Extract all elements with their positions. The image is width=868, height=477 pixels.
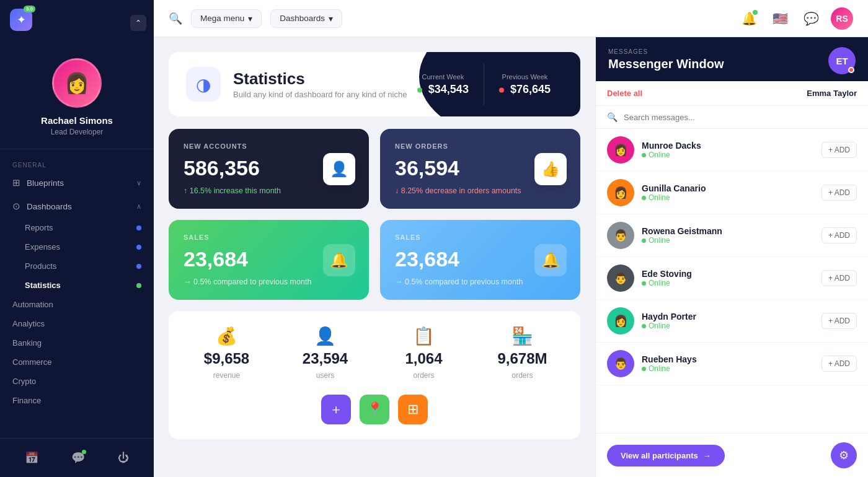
notifications-btn[interactable]: 🔔 [738, 7, 760, 30]
power-btn[interactable]: ⏻ [114, 448, 133, 468]
sidebar-label-reports: Reports [25, 223, 53, 232]
ede-info: Ede Stoving Online [642, 269, 814, 287]
search-messages-input[interactable] [624, 113, 857, 122]
sidebar-bottom: 📅 💬 ⏻ [0, 438, 154, 477]
haydn-info: Haydn Porter Online [642, 312, 814, 330]
sidebar-subitem-reports[interactable]: Reports [0, 218, 154, 237]
blueprints-icon: ⊞ [12, 177, 20, 188]
revenue-label: revenue [213, 371, 240, 380]
sidebar-label-banking: Banking [12, 338, 42, 348]
current-week-value: $34,543 [417, 83, 469, 96]
mega-menu-dropdown[interactable]: Mega menu ▾ [191, 9, 262, 28]
add-action-btn[interactable]: ＋ [321, 395, 351, 424]
statistics-badge [136, 283, 141, 288]
location-action-btn[interactable]: 📍 [360, 395, 389, 424]
haydn-status: Online [642, 322, 814, 330]
sidebar-subitem-banking[interactable]: Banking [0, 333, 154, 352]
language-btn[interactable]: 🇺🇸 [769, 7, 791, 30]
header-icon-wrap: ◑ [186, 67, 221, 102]
sidebar-item-label-dashboards: Dashboards [27, 202, 72, 211]
participant-ede: 👨 Ede Stoving Online + ADD [596, 257, 868, 300]
logo-icon: ✦ 3.0 [10, 9, 32, 31]
users-label: users [316, 371, 334, 380]
stat-label-new-orders: NEW ORDERS [395, 142, 565, 150]
rueben-info: Rueben Hays Online [642, 354, 814, 373]
view-all-arrow-icon: → [703, 451, 711, 460]
messenger-actions: Delete all Emma Taylor [596, 81, 868, 106]
sidebar-subitem-analytics[interactable]: Analytics [0, 314, 154, 333]
orders2-value: 9,678M [497, 350, 547, 367]
sales-green-icon: 🔔 [323, 244, 355, 276]
haydn-name: Haydn Porter [642, 312, 814, 322]
gunilla-name: Gunilla Canario [642, 183, 814, 193]
mega-menu-label: Mega menu [200, 14, 244, 23]
stat-label-sales-1: SALES [184, 234, 354, 241]
sidebar-subitem-products[interactable]: Products [0, 256, 154, 276]
calendar-btn[interactable]: 📅 [21, 447, 42, 468]
rueben-add-btn[interactable]: + ADD [822, 356, 857, 372]
dashboards-icon: ⊙ [12, 201, 20, 212]
topbar: 🔍 Mega menu ▾ Dashboards ▾ 🔔 🇺🇸 💬 RS [154, 0, 868, 37]
main-area: 🔍 Mega menu ▾ Dashboards ▾ 🔔 🇺🇸 💬 RS [154, 0, 868, 477]
sidebar-label-statistics: Statistics [25, 281, 61, 290]
sidebar-item-label-blueprints: Blueprints [27, 178, 64, 188]
settings-btn[interactable]: ⚙ [831, 442, 857, 468]
ede-add-btn[interactable]: + ADD [822, 270, 857, 286]
previous-week-dot [499, 88, 504, 93]
new-orders-icon: 👍 [534, 153, 567, 185]
user-avatar[interactable]: RS [831, 7, 853, 30]
haydn-status-dot [642, 324, 646, 328]
header-card: ◑ Statistics Build any kind of dashboard… [169, 52, 580, 116]
sidebar-subitem-expenses[interactable]: Expenses [0, 237, 154, 256]
messages-btn[interactable]: 💬 [68, 447, 89, 468]
participants-list: 👩 Munroe Dacks Online + ADD 👩 Gunilla Ca… [596, 129, 868, 433]
stats-grid: NEW ACCOUNTS 586,356 ↑ 16.5% increase th… [169, 129, 580, 300]
search-messages-icon: 🔍 [607, 112, 618, 122]
users-value: 23,594 [303, 350, 348, 367]
sidebar-label-crypto: Crypto [12, 377, 36, 386]
sidebar-label-commerce: Commerce [12, 357, 52, 367]
search-button[interactable]: 🔍 [169, 12, 182, 25]
sidebar-subitem-finance[interactable]: Finance [0, 391, 154, 410]
rowena-add-btn[interactable]: + ADD [822, 227, 857, 243]
gunilla-add-btn[interactable]: + ADD [822, 185, 857, 201]
sidebar-label-analytics: Analytics [12, 319, 45, 328]
sidebar-item-dashboards[interactable]: ⊙ Dashboards ∧ [0, 195, 154, 218]
sidebar-subitem-commerce[interactable]: Commerce [0, 352, 154, 372]
delete-all-button[interactable]: Delete all [607, 89, 642, 98]
stat-change-sales-1: → 0.5% compared to previous month [184, 278, 354, 286]
recipient-label: Emma Taylor [807, 89, 857, 98]
munroe-info: Munroe Dacks Online [642, 141, 814, 159]
sidebar-collapse-btn[interactable]: ⌃ [130, 15, 146, 31]
metric-users: 👤 23,594 users [282, 326, 368, 380]
haydn-add-btn[interactable]: + ADD [822, 313, 857, 329]
sales-blue-icon: 🔔 [534, 244, 567, 276]
stat-card-new-accounts: NEW ACCOUNTS 586,356 ↑ 16.5% increase th… [169, 129, 369, 209]
munroe-add-btn[interactable]: + ADD [822, 142, 857, 158]
view-all-participants-btn[interactable]: View all participants → [607, 445, 725, 466]
orders2-icon: 🏪 [512, 326, 533, 346]
reports-badge [136, 225, 141, 230]
sidebar-item-blueprints[interactable]: ⊞ Blueprints ∨ [0, 171, 154, 195]
participant-rowena: 👨 Rowena Geistmann Online + ADD [596, 214, 868, 257]
messenger-notif-dot [848, 67, 854, 73]
revenue-icon: 💰 [216, 326, 237, 346]
stat-label-new-accounts: NEW ACCOUNTS [184, 142, 354, 150]
messenger-header: MESSAGES Messenger Window ET [596, 37, 868, 81]
dashboards-dropdown[interactable]: Dashboards ▾ [270, 9, 342, 28]
metric-revenue: 💰 $9,658 revenue [184, 326, 270, 380]
stat-change-new-accounts: ↑ 16.5% increase this month [184, 186, 354, 195]
orders-icon: 📋 [413, 326, 435, 346]
gunilla-info: Gunilla Canario Online [642, 183, 814, 202]
participant-munroe: 👩 Munroe Dacks Online + ADD [596, 129, 868, 172]
sidebar-subitem-automation[interactable]: Automation [0, 295, 154, 314]
messenger-avatar: ET [828, 47, 856, 74]
gunilla-avatar: 👩 [607, 179, 634, 206]
sidebar-subitem-statistics[interactable]: Statistics [0, 276, 154, 295]
earnings-box: Earnings Current Week $34,543 Previous W… [335, 63, 565, 106]
avatar: 👩 [52, 58, 102, 108]
sidebar-subitem-crypto[interactable]: Crypto [0, 372, 154, 391]
chat-btn[interactable]: 💬 [800, 7, 822, 30]
table-action-btn[interactable]: ⊞ [398, 395, 428, 424]
stat-card-sales-green: SALES 23,684 → 0.5% compared to previous… [169, 220, 369, 300]
